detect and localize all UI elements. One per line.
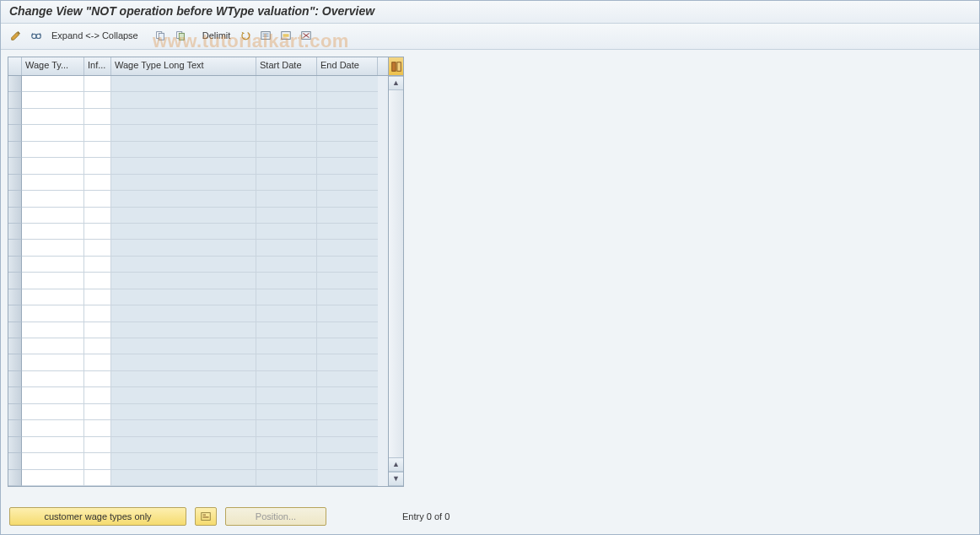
row-selector[interactable]: [8, 273, 22, 289]
cell-inf[interactable]: [84, 240, 111, 256]
table-row[interactable]: [8, 158, 388, 174]
row-selector[interactable]: [8, 109, 22, 125]
row-selector[interactable]: [8, 240, 22, 256]
cell-inf[interactable]: [84, 208, 111, 224]
row-selector[interactable]: [8, 175, 22, 191]
cell-inf[interactable]: [84, 404, 111, 420]
cell-wage-type[interactable]: [22, 420, 84, 436]
cell-inf[interactable]: [84, 420, 111, 436]
cell-inf[interactable]: [84, 289, 111, 305]
cell-inf[interactable]: [84, 175, 111, 191]
cell-wage-type[interactable]: [22, 142, 84, 158]
table-row[interactable]: [8, 453, 388, 469]
cell-wage-type[interactable]: [22, 191, 84, 207]
cell-inf[interactable]: [84, 470, 111, 486]
cell-wage-type[interactable]: [22, 289, 84, 305]
cell-wage-type[interactable]: [22, 354, 84, 370]
cell-wage-type[interactable]: [22, 371, 84, 387]
row-selector[interactable]: [8, 158, 22, 174]
table-row[interactable]: [8, 125, 388, 141]
copy2-icon[interactable]: [172, 27, 189, 44]
cell-wage-type[interactable]: [22, 453, 84, 469]
cell-inf[interactable]: [84, 437, 111, 453]
cell-inf[interactable]: [84, 191, 111, 207]
table-row[interactable]: [8, 191, 388, 207]
cell-wage-type[interactable]: [22, 387, 84, 403]
glasses-icon[interactable]: [28, 27, 45, 44]
table-row[interactable]: [8, 420, 388, 436]
position-icon-button[interactable]: [195, 507, 217, 526]
cell-wage-type[interactable]: [22, 338, 84, 354]
cell-wage-type[interactable]: [22, 125, 84, 141]
table-row[interactable]: [8, 437, 388, 453]
cell-inf[interactable]: [84, 125, 111, 141]
table-row[interactable]: [8, 338, 388, 354]
row-selector[interactable]: [8, 453, 22, 469]
row-selector[interactable]: [8, 322, 22, 338]
table-row[interactable]: [8, 76, 388, 92]
header-selector[interactable]: [8, 57, 22, 75]
cell-inf[interactable]: [84, 158, 111, 174]
row-selector[interactable]: [8, 354, 22, 370]
cell-wage-type[interactable]: [22, 175, 84, 191]
row-selector[interactable]: [8, 76, 22, 92]
display-change-icon[interactable]: [8, 27, 24, 44]
row-selector[interactable]: [8, 371, 22, 387]
col-start-date[interactable]: Start Date: [256, 57, 317, 75]
table-row[interactable]: [8, 305, 388, 322]
table-row[interactable]: [8, 387, 388, 403]
cell-wage-type[interactable]: [22, 437, 84, 453]
cell-inf[interactable]: [84, 142, 111, 158]
cell-wage-type[interactable]: [22, 240, 84, 256]
customer-wage-types-button[interactable]: customer wage types only: [9, 507, 186, 526]
table-row[interactable]: [8, 322, 388, 338]
cell-wage-type[interactable]: [22, 109, 84, 125]
cell-wage-type[interactable]: [22, 404, 84, 420]
row-selector[interactable]: [8, 387, 22, 403]
table-row[interactable]: [8, 371, 388, 387]
col-inf[interactable]: Inf...: [84, 57, 111, 75]
cell-inf[interactable]: [84, 76, 111, 92]
cell-wage-type[interactable]: [22, 76, 84, 92]
undo-icon[interactable]: [237, 27, 254, 44]
table-row[interactable]: [8, 404, 388, 420]
row-selector[interactable]: [8, 191, 22, 207]
vertical-scrollbar[interactable]: ▲ ▲ ▼: [389, 76, 403, 486]
cell-wage-type[interactable]: [22, 470, 84, 486]
table-row[interactable]: [8, 142, 388, 158]
table-row[interactable]: [8, 175, 388, 191]
row-selector[interactable]: [8, 437, 22, 453]
col-end-date[interactable]: End Date: [317, 57, 378, 75]
scroll-down-icon[interactable]: ▼: [389, 472, 403, 486]
row-selector[interactable]: [8, 289, 22, 305]
select-block-icon[interactable]: [277, 27, 294, 44]
table-row[interactable]: [8, 289, 388, 305]
cell-inf[interactable]: [84, 338, 111, 354]
cell-wage-type[interactable]: [22, 257, 84, 273]
row-selector[interactable]: [8, 338, 22, 354]
table-row[interactable]: [8, 109, 388, 125]
scroll-up-icon[interactable]: ▲: [389, 76, 403, 90]
cell-inf[interactable]: [84, 453, 111, 469]
cell-wage-type[interactable]: [22, 273, 84, 289]
table-row[interactable]: [8, 240, 388, 256]
row-selector[interactable]: [8, 305, 22, 322]
cell-wage-type[interactable]: [22, 92, 84, 108]
position-button[interactable]: Position...: [225, 507, 326, 526]
table-row[interactable]: [8, 257, 388, 273]
col-long-text[interactable]: Wage Type Long Text: [111, 57, 256, 75]
cell-wage-type[interactable]: [22, 224, 84, 240]
scroll-up2-icon[interactable]: ▲: [389, 457, 403, 472]
cell-inf[interactable]: [84, 92, 111, 108]
copy-icon[interactable]: [152, 27, 169, 44]
deselect-all-icon[interactable]: [298, 27, 315, 44]
cell-inf[interactable]: [84, 322, 111, 338]
cell-inf[interactable]: [84, 257, 111, 273]
delimit-label[interactable]: Delimit: [199, 30, 234, 41]
row-selector[interactable]: [8, 420, 22, 436]
cell-wage-type[interactable]: [22, 158, 84, 174]
row-selector[interactable]: [8, 404, 22, 420]
select-all-icon[interactable]: [257, 27, 274, 44]
cell-inf[interactable]: [84, 354, 111, 370]
table-row[interactable]: [8, 273, 388, 289]
